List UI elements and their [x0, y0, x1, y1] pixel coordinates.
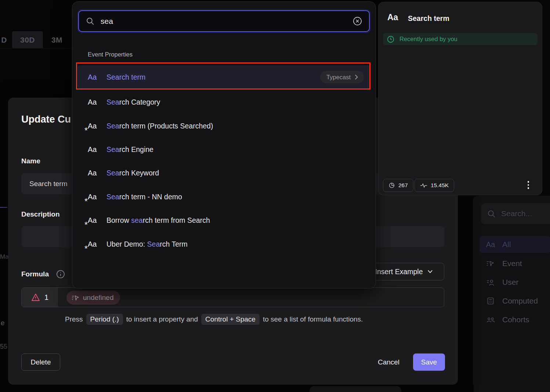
- name-label: Name: [21, 157, 40, 165]
- text-property-icon: Aa: [88, 169, 99, 177]
- property-result-row[interactable]: Aa Borrow search term from Search: [77, 208, 370, 232]
- property-result-row[interactable]: Aa Search term (Products Searched): [77, 114, 370, 138]
- more-options-button[interactable]: [525, 179, 531, 191]
- property-search-box: [78, 10, 370, 32]
- custom-text-property-icon: Aa: [88, 193, 99, 201]
- text-property-icon: Aa: [88, 98, 99, 106]
- hint-text: to insert a property and: [126, 315, 198, 323]
- property-title: Search term: [408, 14, 449, 23]
- result-label: Search term (Products Searched): [106, 122, 213, 130]
- hint-text: Press: [65, 315, 83, 323]
- volume-pill[interactable]: 15.45K: [415, 179, 454, 192]
- search-icon: [86, 17, 95, 26]
- text-property-icon: Aa: [486, 240, 495, 249]
- event-icon: [486, 260, 495, 267]
- event-count-pill[interactable]: 267: [383, 179, 413, 192]
- filter-all[interactable]: Aa All: [480, 236, 550, 253]
- app-root: D 30D 3M May e 55 Update Cu Name Search …: [0, 0, 550, 392]
- divider: [0, 48, 72, 48]
- time-range-7d[interactable]: D: [0, 31, 8, 48]
- formula-token-undefined[interactable]: undefined: [66, 291, 120, 305]
- save-button[interactable]: Save: [413, 353, 445, 371]
- time-range-3m[interactable]: 3M: [44, 31, 69, 48]
- chart-text-fragment: e: [1, 319, 5, 327]
- filter-cohorts[interactable]: Cohorts: [480, 311, 550, 328]
- custom-text-property-icon: Aa: [88, 122, 99, 130]
- property-result-row[interactable]: Aa Search Engine: [77, 138, 370, 161]
- token-label: undefined: [83, 294, 113, 302]
- info-icon[interactable]: [56, 269, 65, 279]
- property-result-row[interactable]: Aa Uber Demo: Search Term: [77, 232, 370, 256]
- filter-event[interactable]: Event: [480, 255, 550, 272]
- result-label: Search Keyword: [106, 169, 159, 177]
- sidebar-search-input[interactable]: [501, 209, 549, 218]
- search-input[interactable]: [101, 17, 347, 26]
- custom-text-property-icon: Aa: [88, 240, 99, 248]
- chart-line-fragment: [0, 207, 7, 208]
- count-value: 267: [398, 182, 408, 189]
- formula-input[interactable]: 1 undefined: [21, 287, 444, 307]
- pie-chart-icon: [388, 182, 395, 189]
- description-label: Description: [21, 210, 60, 218]
- error-count-value: 1: [44, 293, 48, 302]
- property-details-panel: Aa Search term Recently used by you 267 …: [378, 2, 542, 195]
- text-property-icon: Aa: [88, 73, 99, 81]
- calculator-icon: [486, 297, 495, 305]
- typecast-button[interactable]: Typecast: [320, 71, 364, 83]
- recently-used-label: Recently used by you: [399, 36, 457, 43]
- text-property-icon: Aa: [387, 12, 398, 22]
- kbd-control-space: Control + Space: [201, 314, 260, 325]
- result-label: Borrow search term from Search: [106, 216, 210, 225]
- chart-axis-value: 55: [0, 343, 7, 351]
- user-icon: [486, 279, 495, 286]
- insert-example-label: Insert Example: [375, 268, 423, 276]
- filter-computed[interactable]: Computed: [480, 293, 550, 309]
- result-label: Search Engine: [106, 145, 153, 154]
- custom-text-property-icon: Aa: [88, 216, 99, 225]
- formula-label: Formula: [21, 270, 49, 278]
- section-header-event-properties: Event Properties: [88, 51, 133, 58]
- property-result-row[interactable]: Aa Search term Typecast: [77, 65, 370, 89]
- property-result-row[interactable]: Aa Search Keyword: [77, 161, 370, 185]
- clock-icon: [387, 35, 395, 43]
- hint-text: to see a list of formula functions.: [263, 315, 363, 323]
- kbd-period: Period (.): [86, 314, 123, 325]
- result-label: Search term - NN demo: [106, 193, 182, 201]
- filter-label: Cohorts: [502, 315, 529, 324]
- background-strip: [0, 385, 474, 392]
- close-circle-icon: [352, 16, 362, 26]
- filter-user[interactable]: User: [480, 274, 550, 291]
- sidebar-search-box: [481, 203, 550, 224]
- filter-label: User: [502, 278, 518, 287]
- background-panel-edge: [310, 386, 401, 392]
- cohorts-icon: [486, 317, 495, 323]
- clear-search-button[interactable]: [352, 16, 362, 26]
- formula-error-count: 1: [22, 288, 58, 307]
- property-result-row[interactable]: Aa Search term - NN demo: [77, 185, 370, 208]
- result-label: Search term: [106, 73, 145, 81]
- chevron-down-icon: [427, 270, 433, 273]
- formula-hint: Press Period (.) to insert a property an…: [65, 314, 363, 325]
- chevron-right-icon: [354, 74, 358, 80]
- result-label: Uber Demo: Search Term: [106, 240, 188, 248]
- time-range-30d[interactable]: 30D: [12, 31, 43, 48]
- custom-event-icon: [72, 295, 79, 301]
- property-search-dropdown: Event Properties Aa Search term Typecast…: [72, 1, 376, 288]
- delete-button[interactable]: Delete: [21, 353, 60, 371]
- modal-title: Update Cu: [21, 114, 71, 125]
- filter-label: Computed: [502, 297, 538, 305]
- recently-used-badge: Recently used by you: [383, 33, 538, 45]
- filter-label: All: [502, 240, 511, 249]
- volume-value: 15.45K: [431, 182, 449, 189]
- warning-icon: [31, 293, 40, 301]
- text-property-icon: Aa: [88, 145, 99, 154]
- typecast-label: Typecast: [326, 74, 351, 81]
- search-icon: [487, 209, 496, 218]
- pulse-icon: [420, 183, 427, 188]
- result-label: Search Category: [106, 98, 160, 106]
- filter-label: Event: [502, 259, 522, 268]
- property-result-row[interactable]: Aa Search Category: [77, 90, 370, 114]
- property-type-sidebar: Aa All Event User Computed Cohorts: [473, 196, 550, 392]
- cancel-button[interactable]: Cancel: [375, 353, 402, 371]
